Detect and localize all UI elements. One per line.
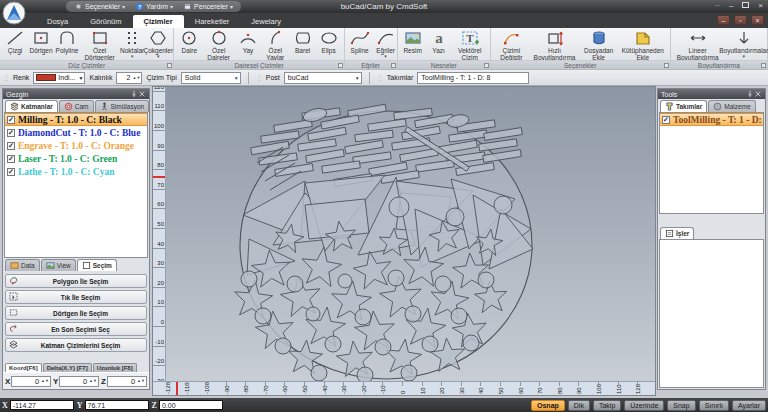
- ribbon-button-d-rtgen[interactable]: Dörtgen: [28, 29, 54, 61]
- button-d-rtgen-i-le-se-im[interactable]: Dörtgen İle Seçim: [5, 306, 147, 320]
- group-expander-icon[interactable]: [167, 63, 172, 68]
- close-icon[interactable]: [138, 90, 146, 98]
- ribbon-button-yaz[interactable]: aYazı: [426, 29, 452, 61]
- status-toggle-takip[interactable]: Takip: [593, 400, 621, 411]
- tab-katmanlar[interactable]: Katmanlar: [5, 100, 58, 112]
- ribbon-tab-dosya[interactable]: Dosya: [36, 15, 79, 28]
- stepper-arrows-icon[interactable]: ▲▼: [41, 379, 50, 383]
- post-dropdown[interactable]: buCad ▼: [284, 72, 362, 84]
- menu-yard-m[interactable]: ?Yardım▾: [135, 2, 173, 12]
- color-dropdown[interactable]: Indi... ▼: [33, 72, 85, 84]
- maximize-button[interactable]: [742, 1, 749, 10]
- tab-malzeme[interactable]: Malzeme: [708, 100, 755, 112]
- stepper-arrows-icon[interactable]: ▲▼: [89, 379, 98, 383]
- checkbox[interactable]: ✓: [7, 142, 15, 150]
- group-expander-icon[interactable]: [484, 63, 489, 68]
- status-toggle-osnap[interactable]: Osnap: [531, 400, 565, 411]
- linetype-dropdown[interactable]: Solid ▼: [181, 72, 241, 84]
- ribbon-button-izimi-de-i-tir[interactable]: Çizimi Değiştir: [493, 29, 530, 61]
- stepper-arrows-icon[interactable]: ▲▼: [137, 379, 146, 383]
- ribbon-button-resim[interactable]: Resim: [400, 29, 426, 61]
- status-toggle-ayarlar[interactable]: Ayarlar: [732, 400, 766, 411]
- group-expander-icon[interactable]: [391, 63, 396, 68]
- status-toggle-snap[interactable]: Snap: [667, 400, 695, 411]
- minimize-button[interactable]: –: [717, 15, 730, 25]
- ribbon-button-yay[interactable]: Yay: [235, 29, 261, 61]
- button-katman-izimlerini-se-im[interactable]: Katman Çizimlerini Seçim: [5, 338, 147, 352]
- jobs-list[interactable]: [659, 239, 764, 388]
- ribbon-button-zel-yaylar[interactable]: Özel Yaylar▾: [261, 29, 290, 61]
- layer-row[interactable]: ✓Milling - T: 1.0 - C: Black: [5, 113, 147, 126]
- layer-row[interactable]: ✓Lathe - T: 1.0 - C: Cyan: [5, 165, 147, 178]
- ribbon-button-noktalar[interactable]: Noktalar▾: [119, 29, 145, 61]
- status-toggle-dik[interactable]: Dik: [568, 400, 590, 411]
- tool-list[interactable]: ✓ToolMilling - T: 1 - D: 8: [659, 112, 764, 214]
- group-expander-icon[interactable]: [664, 63, 669, 68]
- drawing-viewport[interactable]: 1201101009080706050403020100-10-20-30 -1…: [152, 86, 656, 396]
- ribbon-button-elips[interactable]: Elips: [316, 29, 342, 61]
- ribbon-button-dosyadan-ekle[interactable]: Dosyadan Ekle: [579, 29, 618, 61]
- ribbon-button-zel-d-rtgenler[interactable]: Özel Dörtgenler▾: [80, 29, 119, 61]
- layer-row[interactable]: ✓Engrave - T: 1.0 - C: Orange: [5, 139, 147, 152]
- ribbon-button-zel-daireler[interactable]: Özel Daireler▾: [202, 29, 235, 61]
- button-t-k-i-le-se-im[interactable]: Tık İle Seçim: [5, 290, 147, 304]
- active-tool-box[interactable]: ToolMilling - T: 1 - D: 8: [417, 72, 529, 84]
- menu-se-enekler[interactable]: Seçenekler▾: [74, 2, 125, 12]
- ribbon-button-izgi[interactable]: Çizgi: [2, 29, 28, 61]
- checkbox[interactable]: ✓: [7, 116, 15, 124]
- ribbon-button-barel[interactable]: Barel: [290, 29, 316, 61]
- thickness-stepper[interactable]: 2 ▲▼: [116, 72, 142, 84]
- ribbon-button-daire[interactable]: Daire: [176, 29, 202, 61]
- coord-field[interactable]: 0▲▼: [11, 376, 51, 387]
- tab-cam[interactable]: Cam: [59, 100, 94, 112]
- ribbon-button-lineer-boyutland-rma[interactable]: Lineer Boyutlandırma: [673, 29, 723, 61]
- drawing-canvas[interactable]: [153, 87, 657, 385]
- menu-pencereler[interactable]: Pencereler▾: [183, 2, 233, 12]
- maximize-button[interactable]: ▫: [734, 15, 747, 25]
- close-button[interactable]: ×: [751, 15, 764, 25]
- ribbon-tab-hareketler[interactable]: Hareketler: [184, 15, 241, 28]
- pin-icon[interactable]: [746, 90, 754, 98]
- pin-icon[interactable]: [130, 90, 138, 98]
- tab-sim-lasyon[interactable]: Simülasyon: [95, 100, 150, 112]
- ribbon-button-vekt-rel-izim[interactable]: TVektörel Çizim: [452, 29, 488, 61]
- checkbox[interactable]: ✓: [662, 116, 670, 124]
- minimize-button[interactable]: –: [729, 1, 733, 10]
- status-toggle-s-n-rl[interactable]: Sınırlı: [699, 400, 729, 411]
- ribbon-button-k-t-phaneden-ekle[interactable]: Kütüphaneden Ekle: [618, 29, 668, 61]
- tool-row[interactable]: ✓ToolMilling - T: 1 - D: 8: [660, 113, 763, 126]
- group-expander-icon[interactable]: [338, 63, 343, 68]
- layer-row[interactable]: ✓DiamondCut - T: 1.0 - C: Blue: [5, 126, 147, 139]
- ribbon-button-e-riler[interactable]: Eğriler▾: [373, 29, 399, 61]
- tab-uzunluk-f8[interactable]: Uzunluk [F8]: [93, 363, 137, 372]
- checkbox[interactable]: ✓: [7, 168, 15, 176]
- tab-delta-x-y-f7[interactable]: Delta(X,Y) [F7]: [43, 363, 92, 372]
- stepper-arrows-icon[interactable]: ▲▼: [133, 76, 142, 80]
- ribbon-button-polyline[interactable]: Polyline: [54, 29, 80, 61]
- ribbon-button-boyutland-rmalar[interactable]: Boyutlandırmalar▾: [723, 29, 765, 61]
- close-icon[interactable]: [754, 90, 762, 98]
- tab-tak-mlar[interactable]: Takımlar: [660, 100, 707, 112]
- layer-list[interactable]: ✓Milling - T: 1.0 - C: Black✓DiamondCut …: [4, 112, 148, 258]
- ribbon-tab-izimler[interactable]: Çizimler: [133, 15, 184, 28]
- ribbon-tab-jewelary[interactable]: Jewelary: [240, 15, 292, 28]
- tab-i-ler[interactable]: İşler: [660, 227, 694, 239]
- checkbox[interactable]: ✓: [7, 129, 15, 137]
- tab-view[interactable]: View: [41, 259, 76, 271]
- checkbox[interactable]: ✓: [7, 155, 15, 163]
- button-polygon-i-le-se-im[interactable]: Polygon İle Seçim: [5, 274, 147, 288]
- more-button[interactable]: ··: [715, 1, 720, 10]
- close-button[interactable]: ×: [758, 1, 763, 10]
- ribbon-button-spline[interactable]: Spline: [347, 29, 373, 61]
- layer-row[interactable]: ✓Laser - T: 1.0 - C: Green: [5, 152, 147, 165]
- button-en-son-se-imi-se[interactable]: En Son Seçimi Seç: [5, 322, 147, 336]
- ribbon-button-okgenler[interactable]: Çokgenler▾: [145, 29, 171, 61]
- tab-se-im[interactable]: Seçim: [77, 259, 117, 271]
- coord-field[interactable]: 0▲▼: [107, 376, 147, 387]
- group-expander-icon[interactable]: [761, 63, 766, 68]
- tab-data[interactable]: Data: [5, 259, 40, 271]
- coord-field[interactable]: 0▲▼: [59, 376, 99, 387]
- tab-koord-f6[interactable]: Koord[F6]: [5, 363, 42, 372]
- ribbon-button-h-zl-boyutland-rma[interactable]: Hızlı Boyutlandırma: [530, 29, 580, 61]
- status-toggle-zerinde[interactable]: Üzerinde: [624, 400, 664, 411]
